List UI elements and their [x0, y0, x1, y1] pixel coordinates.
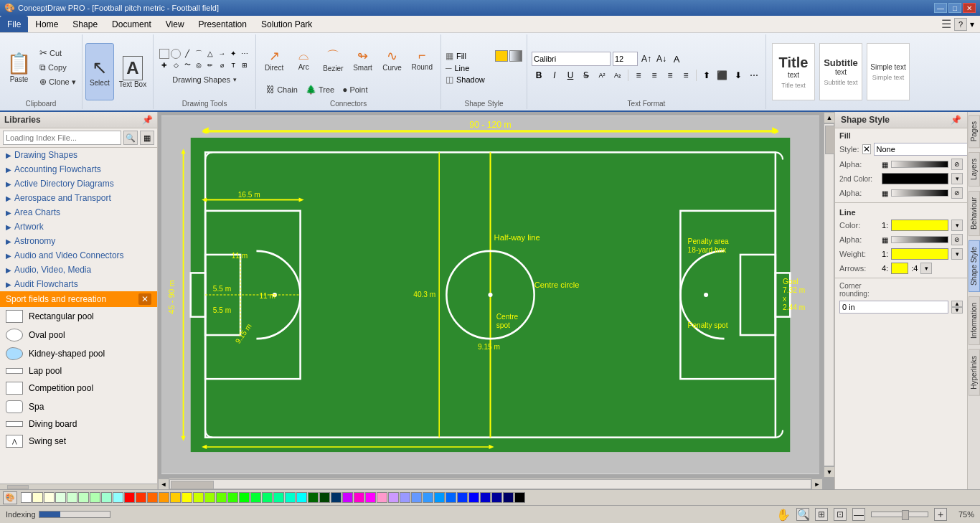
cross-shape-icon[interactable]: ✚ — [159, 60, 169, 70]
color-red1[interactable] — [124, 492, 135, 503]
minimize-btn[interactable]: — — [934, 3, 947, 13]
pin-panel-icon[interactable]: 📌 — [951, 115, 961, 125]
corner-value-input[interactable] — [839, 301, 948, 314]
color-green3[interactable] — [239, 492, 250, 503]
color-pink2[interactable] — [365, 492, 376, 503]
color-bar-icon[interactable]: 🎨 — [3, 491, 17, 504]
more-shape-icon[interactable]: ⋯ — [240, 49, 250, 59]
kidney-pool-item[interactable]: Kidney-shaped pool — [0, 344, 157, 363]
canvas-vscroll[interactable]: ▲ ▼ — [823, 112, 834, 478]
zoom-slider[interactable] — [871, 512, 928, 517]
diving-board-item[interactable]: Diving board — [0, 416, 157, 432]
behaviour-tab[interactable]: Behaviour — [969, 191, 980, 236]
select-button[interactable]: ↖ Select — [85, 43, 114, 100]
information-tab[interactable]: Information — [969, 296, 980, 345]
underline-button[interactable]: U — [563, 68, 578, 83]
line-alpha-reset[interactable]: ⊘ — [951, 234, 963, 245]
valign-mid-btn[interactable]: ⬛ — [715, 68, 730, 83]
superscript-button[interactable]: A² — [595, 68, 609, 83]
canvas-hscroll[interactable]: ◄ ► — [158, 478, 823, 489]
color-white[interactable] — [21, 492, 32, 503]
color-darkblue2[interactable] — [480, 492, 491, 503]
color-purple1[interactable] — [342, 492, 353, 503]
color-orange2[interactable] — [159, 492, 169, 503]
color-blue2[interactable] — [411, 492, 422, 503]
subtitle-text-button[interactable]: Subtitle text Subtitle text — [819, 43, 862, 100]
second-color-swatch[interactable] — [882, 173, 948, 184]
text-shape-icon[interactable]: T — [228, 60, 238, 70]
menu-file[interactable]: File — [0, 16, 28, 32]
curve-button[interactable]: ∿ Curve — [379, 38, 406, 81]
competition-pool-item[interactable]: Competition pool — [0, 379, 157, 397]
color-lightblue1[interactable] — [101, 492, 112, 503]
weight-color-display[interactable] — [891, 248, 948, 260]
alpha2-reset-btn[interactable]: ⊘ — [951, 187, 963, 199]
maximize-btn[interactable]: □ — [948, 3, 961, 13]
color-blue6[interactable] — [457, 492, 468, 503]
close-btn[interactable]: ✕ — [963, 3, 976, 13]
hscroll-left-btn[interactable]: ◄ — [158, 479, 169, 490]
direct-button[interactable]: ↗ Direct — [260, 38, 288, 81]
color-black[interactable] — [514, 492, 525, 503]
library-item-audio-media[interactable]: ▶ Audio, Video, Media — [0, 263, 157, 277]
color-blue5[interactable] — [446, 492, 456, 503]
corner-increment-btn[interactable]: ▲ — [951, 301, 963, 307]
paste-button[interactable]: 📋 Paste — [3, 39, 35, 96]
color-blue7[interactable] — [468, 492, 479, 503]
library-item-aerospace[interactable]: ▶ Aerospace and Transport — [0, 191, 157, 205]
arc-button[interactable]: ⌓ Arc — [290, 38, 317, 81]
smart-button[interactable]: ↬ Smart — [349, 38, 377, 81]
color-lightblue2[interactable] — [113, 492, 123, 503]
chain-button[interactable]: ⛓ Chain — [263, 83, 301, 96]
font-grow-btn[interactable]: A↑ — [640, 52, 653, 65]
second-color-dropdown[interactable]: ▾ — [951, 173, 963, 184]
align-left-btn[interactable]: ≡ — [631, 68, 646, 83]
library-item-active-directory[interactable]: ▶ Active Directory Diagrams — [0, 176, 157, 191]
fill-color-swatch[interactable] — [495, 50, 508, 62]
freehand-icon[interactable]: ✏ — [205, 60, 215, 70]
library-item-audio-video[interactable]: ▶ Audio and Video Connectors — [0, 248, 157, 263]
color-teal2[interactable] — [273, 492, 284, 503]
tree-button[interactable]: 🌲 Tree — [303, 83, 337, 96]
rectangular-pool-item[interactable]: Rectangular pool — [0, 307, 157, 326]
menu-presentation[interactable]: Presentation — [192, 16, 254, 32]
color-lime1[interactable] — [193, 492, 204, 503]
color-blue1[interactable] — [400, 492, 410, 503]
corner-decrement-btn[interactable]: ▼ — [951, 307, 963, 314]
color-darkgreen1[interactable] — [308, 492, 319, 503]
color-green4[interactable] — [250, 492, 261, 503]
library-item-astronomy[interactable]: ▶ Astronomy — [0, 234, 157, 248]
swing-set-item[interactable]: ⋀ Swing set — [0, 432, 157, 451]
title-text-button[interactable]: Title text Title text — [772, 43, 815, 100]
textbox-button[interactable]: A Text Box — [116, 43, 150, 100]
color-darkblue4[interactable] — [503, 492, 514, 503]
font-shrink-btn[interactable]: A↓ — [655, 52, 668, 65]
color-orange1[interactable] — [147, 492, 158, 503]
color-lightcyan1[interactable] — [55, 492, 66, 503]
subscript-button[interactable]: A₂ — [611, 68, 625, 83]
line-shape-icon[interactable]: ╱ — [182, 49, 192, 59]
close-sport-icon[interactable]: ✕ — [138, 293, 151, 305]
library-search-button[interactable]: 🔍 — [123, 131, 138, 145]
spa-item[interactable]: Spa — [0, 397, 157, 416]
zoom-thumb[interactable] — [902, 510, 909, 520]
pages-tab[interactable]: Pages — [969, 115, 980, 148]
zoom-plus-btn[interactable]: + — [934, 508, 947, 521]
alpha-reset-btn[interactable]: ⊘ — [951, 159, 963, 170]
color-lightcyan3[interactable] — [78, 492, 89, 503]
color-darkblue1[interactable] — [331, 492, 341, 503]
wave-shape-icon[interactable]: 〜 — [182, 60, 192, 70]
color-blue4[interactable] — [434, 492, 445, 503]
color-cyan1[interactable] — [285, 492, 296, 503]
color-teal1[interactable] — [262, 492, 273, 503]
font-size-input[interactable] — [613, 52, 638, 66]
hyperlinks-tab[interactable]: Hyperlinks — [969, 349, 980, 396]
rect-shape-icon[interactable] — [159, 49, 169, 59]
align-right-btn[interactable]: ≡ — [663, 68, 677, 83]
library-item-drawing-shapes[interactable]: ▶ Drawing Shapes — [0, 148, 157, 162]
color-green2[interactable] — [227, 492, 238, 503]
color-blue3[interactable] — [423, 492, 433, 503]
menu-solution-park[interactable]: Solution Park — [254, 16, 319, 32]
font-family-input[interactable] — [532, 52, 611, 66]
color-lightpurple[interactable] — [388, 492, 399, 503]
